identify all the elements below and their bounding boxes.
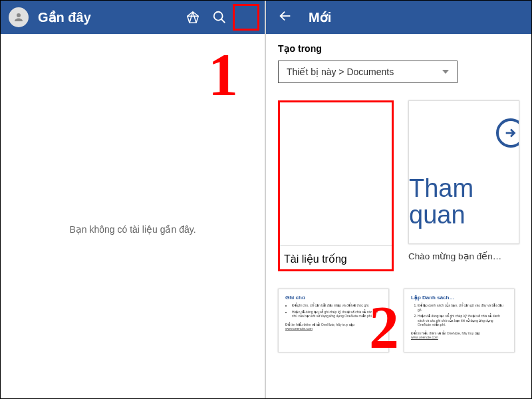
template-list[interactable]: Lập Danh sách… Để lập danh sách của bạn,… — [404, 289, 515, 352]
person-icon — [13, 11, 25, 23]
chevron-down-icon — [442, 70, 449, 74]
template-blank-preview — [280, 102, 392, 246]
profile-avatar[interactable] — [9, 7, 29, 27]
arrow-right-icon — [496, 118, 519, 148]
template-blank-caption: Tài liệu trống — [280, 249, 392, 265]
back-button[interactable] — [278, 9, 293, 26]
create-in-label: Tạo trong — [278, 43, 519, 54]
location-select[interactable]: Thiết bị này > Documents — [278, 61, 458, 83]
header: Mới — [266, 1, 531, 34]
template-welcome[interactable]: Tham quan Chào mừng bạn đến… — [408, 100, 519, 271]
header: Gần đây — [1, 1, 265, 34]
templates-row: Tài liệu trống Tham quan Chào mừng bạn đ… — [278, 100, 519, 271]
empty-message: Bạn không có tài liệu gần đây. — [69, 224, 196, 235]
annotation-2: 2 — [369, 293, 399, 362]
premium-icon[interactable] — [180, 4, 206, 31]
add-button[interactable] — [233, 4, 259, 31]
page-title: Mới — [309, 9, 526, 25]
template-welcome-caption: Chào mừng bạn đến… — [408, 251, 519, 261]
location-value: Thiết bị này > Documents — [287, 66, 394, 77]
page-title: Gần đây — [38, 9, 180, 25]
recent-screen: Gần đây Bạn không có tài liệu gần đây. 1 — [1, 1, 266, 398]
svg-line-2 — [221, 19, 225, 23]
new-document-screen: Mới Tạo trong Thiết bị này > Documents T… — [266, 1, 531, 398]
arrow-left-icon — [278, 9, 293, 23]
svg-point-0 — [17, 13, 21, 17]
svg-point-1 — [214, 12, 223, 21]
plus-icon — [239, 10, 253, 25]
template-welcome-preview: Tham quan — [408, 100, 519, 244]
annotation-1: 1 — [208, 41, 238, 109]
search-icon[interactable] — [206, 4, 233, 31]
template-blank[interactable]: Tài liệu trống — [278, 100, 394, 271]
